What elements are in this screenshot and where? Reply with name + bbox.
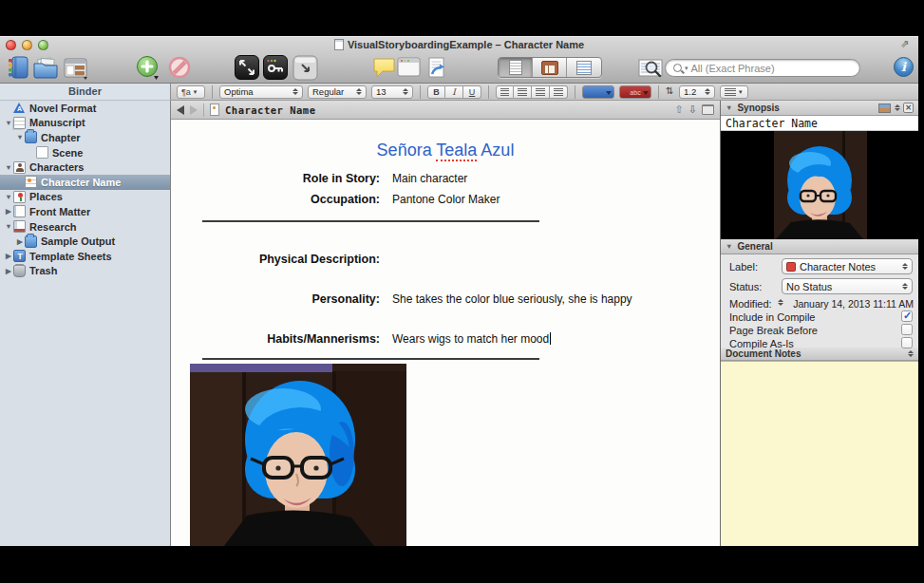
synopsis-header[interactable]: ▼ Synopsis ✕ [721, 101, 918, 116]
binder-item-research[interactable]: ▼ Research [0, 219, 170, 235]
document-notes-header[interactable]: Document Notes [721, 348, 918, 361]
binder-item-trash[interactable]: ▶ Trash [0, 264, 170, 279]
view-mode-segmented-control [498, 57, 602, 78]
include-in-compile-label: Include in Compile [729, 311, 816, 323]
include-in-compile-checkbox[interactable] [901, 310, 913, 322]
divider [203, 103, 204, 117]
text-color-swatch[interactable] [582, 85, 614, 99]
general-header-label: General [737, 241, 772, 252]
italic-button[interactable]: I [445, 85, 463, 99]
underline-button[interactable]: U [463, 85, 481, 99]
binder-item-scene[interactable]: Scene [0, 145, 170, 160]
modified-label: Modified: [729, 298, 772, 310]
binder-item-sample-output[interactable]: ▶ Sample Output [0, 234, 170, 249]
binder-item-label: Places [29, 191, 63, 202]
synopsis-close-icon[interactable]: ✕ [903, 103, 914, 113]
disclosure-triangle-icon[interactable]: ▶ [4, 252, 13, 260]
disclosure-triangle-icon[interactable]: ▼ [726, 242, 732, 251]
search-field[interactable]: ▾ All (Exact Phrase) [665, 59, 860, 77]
synopsis-stepper[interactable] [894, 104, 900, 111]
binder-item-novel-format[interactable]: Novel Format [0, 101, 170, 116]
field-label: Physical Description: [171, 253, 380, 266]
align-right-button[interactable] [532, 85, 550, 99]
disclosure-triangle-icon[interactable]: ▶ [4, 207, 13, 216]
inspector-info-button[interactable]: i [894, 57, 914, 77]
disclosure-triangle-icon[interactable]: ▼ [4, 193, 13, 201]
binder-item-label: Manuscript [29, 117, 85, 128]
binder-item-characters[interactable]: ▼ Characters [0, 160, 170, 175]
modified-stepper[interactable] [777, 299, 783, 306]
scrivener-window: VisualStoryboardingExample – Character N… [0, 36, 918, 546]
binder-item-template-sheets[interactable]: ▶ Template Sheets [0, 249, 170, 264]
synopsis-header-label: Synopsis [737, 103, 779, 113]
binder-item-places[interactable]: ▼ Places [0, 190, 170, 205]
notes-stepper[interactable] [907, 350, 914, 357]
history-forward-icon[interactable] [190, 105, 198, 115]
font-family-select[interactable]: Optima [219, 85, 303, 99]
search-placeholder: All (Exact Phrase) [691, 63, 775, 74]
titlebar[interactable]: VisualStoryboardingExample – Character N… [0, 36, 918, 53]
disclosure-triangle-icon[interactable]: ▼ [15, 133, 25, 141]
disclosure-triangle-icon[interactable]: ▼ [4, 163, 13, 172]
disclosure-triangle-icon[interactable]: ▼ [4, 119, 13, 127]
synopsis-image-toggle-icon[interactable] [878, 103, 891, 113]
open-folder-button[interactable] [32, 55, 59, 81]
previous-document-icon[interactable]: ⇧ [675, 104, 684, 115]
binder-item-character-name[interactable]: Character Name [0, 175, 170, 190]
split-editor-icon[interactable] [702, 104, 714, 115]
binder-toggle-button[interactable] [5, 55, 30, 81]
synopsis-image[interactable] [721, 131, 918, 239]
outline-view-segment[interactable] [567, 58, 601, 77]
disclosure-triangle-icon[interactable]: ▼ [4, 222, 13, 231]
disclosure-triangle-icon[interactable]: ▶ [4, 267, 13, 275]
binder-item-manuscript[interactable]: ▼ Manuscript [0, 116, 170, 131]
binder-item-front-matter[interactable]: ▶ Front Matter [0, 204, 170, 219]
search-scope-chevron-icon[interactable]: ▾ [685, 65, 688, 72]
key-icon-button[interactable] [263, 55, 288, 80]
align-left-button[interactable] [496, 85, 514, 99]
document-notes-area[interactable] [721, 361, 918, 546]
fullscreen-editor-button[interactable] [292, 55, 319, 82]
font-variant-select[interactable]: Regular [308, 85, 367, 99]
fullscreen-arrows-icon[interactable]: ⇗ [900, 38, 914, 51]
quickref-panel-button[interactable] [396, 55, 422, 80]
divider [420, 85, 421, 99]
field-label: Occupation: [171, 193, 380, 206]
binder-item-chapter[interactable]: ▼ Chapter [0, 130, 170, 145]
general-header[interactable]: ▼ General [721, 239, 918, 254]
corkboard-view-segment[interactable] [533, 58, 567, 77]
history-back-icon[interactable] [177, 105, 184, 115]
comment-button[interactable] [371, 55, 397, 80]
search-toggle-button[interactable] [638, 59, 663, 78]
modified-date: January 14, 2013 11:11 AM [793, 298, 914, 310]
disclosure-triangle-icon[interactable]: ▶ [15, 237, 25, 246]
font-size-select[interactable]: 13 [371, 85, 413, 99]
trash-document-button[interactable] [167, 55, 193, 81]
label-color-swatch [786, 262, 796, 272]
synopsis-title[interactable]: Character Name [721, 116, 918, 131]
toolbar: ▾ All (Exact Phrase) i [0, 53, 918, 84]
page-break-before-checkbox[interactable] [901, 324, 913, 335]
label-select[interactable]: Character Notes [782, 258, 913, 274]
document-view-segment[interactable] [499, 58, 533, 77]
next-document-icon[interactable]: ⇩ [688, 104, 697, 115]
align-justify-button[interactable] [550, 85, 568, 99]
status-select[interactable]: No Status [782, 278, 913, 294]
highlight-color-swatch[interactable]: abc [619, 85, 651, 99]
layouts-button[interactable] [63, 55, 89, 81]
editor-document-title[interactable]: Character Name [225, 104, 316, 116]
binder-item-label: Character Name [41, 177, 121, 188]
open-external-button[interactable] [424, 55, 449, 81]
list-style-button[interactable]: ▾ [720, 85, 748, 99]
add-item-button[interactable] [135, 55, 161, 82]
editor-text-area[interactable]: Señora Teala Azul Role in Story: Main ch… [171, 120, 720, 546]
line-spacing-select[interactable]: 1.2 [679, 85, 715, 99]
compose-mode-button[interactable] [235, 55, 259, 80]
divider [575, 85, 575, 99]
binder-item-label: Scene [52, 147, 83, 159]
paragraph-style-button[interactable]: ¶a▾ [177, 85, 205, 99]
disclosure-triangle-icon[interactable]: ▼ [726, 103, 732, 112]
align-center-button[interactable] [514, 85, 532, 99]
bold-button[interactable]: B [427, 85, 445, 99]
compile-as-is-checkbox[interactable] [901, 337, 913, 348]
